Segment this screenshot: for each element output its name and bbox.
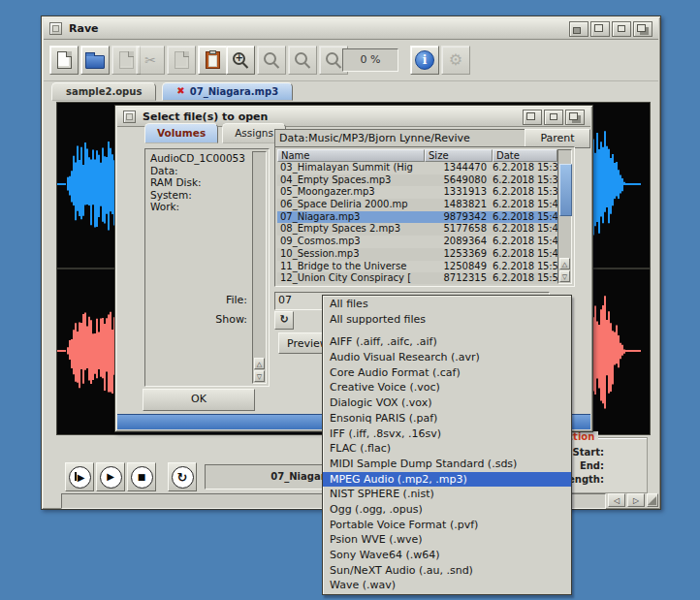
file-row[interactable]: 10_Session.mp312533696.2.2018 15:49	[277, 248, 557, 261]
format-dropdown: All filesAll supported filesAIFF (.aiff,…	[322, 295, 572, 595]
play-button[interactable]: ▶	[96, 462, 125, 491]
tab-volumes[interactable]: Volumes	[144, 123, 218, 143]
format-option[interactable]: Audio Visual Research (.avr)	[323, 350, 571, 365]
file-row[interactable]: 04_Empty Spaces.mp356490806.2.2018 15:36	[277, 174, 557, 187]
zoom-gadget[interactable]	[544, 110, 563, 125]
play-button-play-icon: ▶	[107, 472, 114, 482]
file-row[interactable]: 07_Niagara.mp398793426.2.2018 15:42	[277, 211, 557, 224]
zoom-original-button-magnifier-icon	[295, 52, 307, 65]
scroll-left-button[interactable]: ◁	[608, 493, 625, 507]
file-row[interactable]: 08_Empty Spaces 2.mp351776586.2.2018 15:…	[277, 223, 557, 236]
format-option[interactable]: All supported files	[323, 312, 571, 328]
file-name-cell: 09_Cosmos.mp3	[277, 236, 425, 248]
format-option[interactable]: Core Audio Format (.caf)	[323, 365, 571, 381]
copy-button[interactable]	[167, 46, 196, 75]
open-button[interactable]	[80, 46, 110, 75]
column-name[interactable]: Name	[277, 149, 425, 162]
file-list-scrollbar[interactable]: △ ▽	[557, 149, 572, 284]
toolbar-group-zoom: +	[226, 46, 348, 75]
depth-gadget[interactable]	[565, 110, 585, 125]
volume-list-scrollbar[interactable]: △ ▽	[252, 151, 267, 384]
format-option[interactable]: All files	[323, 297, 571, 312]
document-tab[interactable]: ✖07_Niagara.mp3	[162, 82, 293, 101]
scroll-right-button[interactable]: ▷	[627, 493, 645, 507]
window-menu-gadget[interactable]	[49, 22, 62, 35]
file-row[interactable]: 12_Union City Conspiracy [87123156.2.201…	[277, 272, 557, 284]
file-row[interactable]: 11_Bridge to the Universe12508496.2.2018…	[277, 261, 557, 273]
format-option[interactable]: Dialogic VOX (.vox)	[323, 395, 571, 411]
info-button[interactable]: i	[410, 46, 439, 75]
zoom-gadget[interactable]	[612, 21, 631, 37]
column-date[interactable]: Date	[493, 149, 557, 162]
stop-button[interactable]: ■	[127, 462, 156, 491]
dialog-tabs: Volumes Assigns	[144, 123, 286, 143]
volume-item[interactable]: RAM Disk:	[148, 176, 251, 189]
file-row[interactable]: 09_Cosmos.mp320893646.2.2018 15:47	[277, 236, 557, 248]
zoom-original-button[interactable]	[288, 46, 317, 75]
file-list[interactable]: Name Size Date 03_Himalayan Summit (Hig1…	[274, 146, 575, 287]
file-date-cell: 6.2.2018 15:35	[493, 162, 557, 174]
file-scroll-down-icon[interactable]: ▽	[559, 270, 570, 282]
file-date-cell: 6.2.2018 15:38	[493, 186, 557, 199]
parent-button[interactable]: Parent	[525, 129, 590, 148]
file-size-cell: 1331913	[425, 186, 493, 199]
format-option[interactable]: IFF (.iff, .8svx, .16sv)	[323, 426, 571, 442]
volume-item[interactable]: System:	[148, 189, 251, 202]
format-option[interactable]: Creative Voice (.voc)	[323, 380, 571, 395]
document-tab[interactable]: sample2.opus	[51, 82, 156, 101]
format-option[interactable]: MPEG Audio (.mp2, .mp3)	[323, 472, 571, 488]
depth-gadget[interactable]	[633, 21, 652, 37]
zoom-out-button[interactable]	[257, 46, 286, 75]
paste-button[interactable]	[198, 46, 227, 75]
new-button[interactable]	[49, 46, 79, 75]
volume-list[interactable]: AudioCD_1C00053Data:RAM Disk:System:Work…	[144, 148, 270, 387]
format-option[interactable]: Portable Voice Format (.pvf)	[323, 518, 571, 533]
format-option[interactable]: Sony Wave64 (.w64)	[323, 548, 571, 563]
play-from-cursor-button[interactable]: ▶	[65, 462, 94, 491]
snapshot-gadget[interactable]	[590, 21, 610, 37]
resize-gadget[interactable]	[647, 493, 658, 507]
file-row[interactable]: 05_Moongazer.mp313319136.2.2018 15:38	[277, 186, 557, 199]
iconify-gadget[interactable]	[569, 21, 589, 37]
format-option[interactable]: MIDI Sample Dump Standard (.sds)	[323, 457, 571, 472]
volume-item[interactable]: AudioCD_1C00053	[148, 152, 251, 165]
format-option[interactable]: Sun/NeXT Audio (.au, .snd)	[323, 563, 571, 579]
volume-scroll-down-icon[interactable]: ▽	[254, 370, 265, 382]
file-size-cell: 1250849	[425, 261, 493, 273]
path-field[interactable]: Data:Music/MP3/Bjorn Lynne/Revive	[274, 129, 526, 148]
main-titlebar[interactable]: Rave	[44, 18, 658, 40]
format-option[interactable]: AIFF (.aiff, .aifc, .aif)	[323, 334, 571, 350]
volume-item[interactable]: Data:	[148, 165, 251, 177]
format-option[interactable]: FLAC (.flac)	[323, 441, 571, 457]
file-name-cell: 04_Empty Spaces.mp3	[277, 174, 425, 187]
zoom-in-button[interactable]: +	[226, 46, 255, 75]
settings-button[interactable]: ⚙	[441, 46, 470, 75]
loop-button[interactable]: ↻	[168, 462, 197, 491]
file-list-scroll-thumb[interactable]	[559, 164, 572, 216]
file-row[interactable]: 06_Space Deliria 2000.mp14838216.2.2018 …	[277, 199, 557, 211]
volume-scroll-up-icon[interactable]: △	[254, 358, 265, 369]
file-size-cell: 8712315	[425, 272, 493, 284]
format-option[interactable]: Wave (.wav)	[323, 578, 571, 593]
cut-button[interactable]: ✂	[136, 46, 165, 75]
show-cycle-gadget[interactable]: ↻	[274, 311, 294, 330]
dialog-menu-gadget[interactable]	[123, 111, 136, 123]
button-disc: ▶	[100, 466, 122, 489]
format-option[interactable]: NIST SPHERE (.nist)	[323, 487, 571, 502]
file-date-cell: 6.2.2018 15:42	[493, 211, 557, 224]
file-date-cell: 6.2.2018 15:43	[493, 223, 557, 236]
file-date-cell: 6.2.2018 15:49	[493, 248, 557, 261]
file-size-cell: 1483821	[425, 199, 493, 211]
file-size-cell: 2089364	[425, 236, 493, 248]
close-tab-icon[interactable]: ✖	[176, 86, 184, 96]
format-option[interactable]: Ensoniq PARIS (.paf)	[323, 411, 571, 426]
format-option[interactable]: Psion WVE (.wve)	[323, 532, 571, 548]
zoom-in-button-magnifier-icon: +	[233, 52, 245, 65]
snapshot-gadget[interactable]	[523, 110, 542, 125]
format-option[interactable]: Ogg (.ogg, .opus)	[323, 502, 571, 518]
file-scroll-up-icon[interactable]: △	[559, 258, 570, 269]
volume-item[interactable]: Work:	[148, 201, 251, 213]
column-size[interactable]: Size	[425, 149, 493, 162]
ok-button[interactable]: OK	[143, 389, 255, 411]
file-row[interactable]: 03_Himalayan Summit (Hig13444706.2.2018 …	[277, 162, 557, 174]
